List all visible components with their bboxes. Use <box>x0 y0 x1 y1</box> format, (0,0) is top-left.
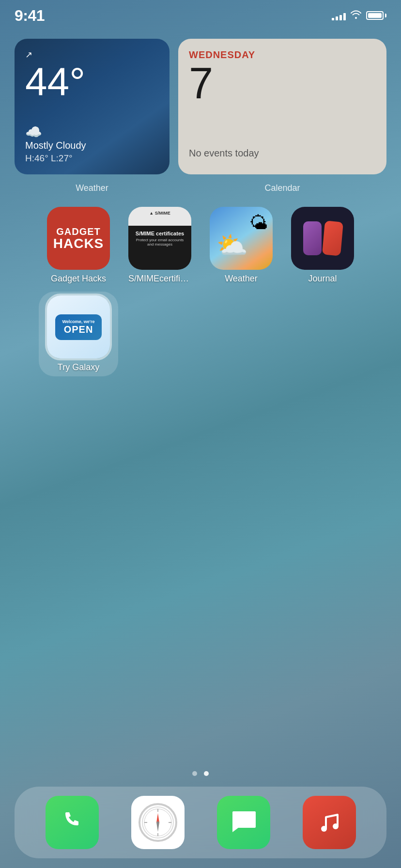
app-try-galaxy[interactable]: Welcome, we're OPEN Try Galaxy <box>39 292 118 376</box>
journal-app-label: Journal <box>308 274 337 284</box>
weather-app-label: Weather <box>225 274 258 284</box>
safari-compass-icon <box>139 803 177 842</box>
svg-point-8 <box>321 826 327 832</box>
messages-icon <box>229 807 259 837</box>
music-icon <box>315 808 343 837</box>
status-icons <box>332 10 386 21</box>
weather-app-sun-icon: 🌤 <box>249 213 268 233</box>
page-dot-1[interactable] <box>192 771 197 776</box>
dock-music[interactable] <box>303 796 356 849</box>
widgets-area: ↗ 44° ☁️ Mostly Cloudy H:46° L:27° WEDNE… <box>0 29 401 179</box>
dock-messages[interactable] <box>217 796 270 849</box>
page-dots <box>0 771 401 776</box>
signal-icon <box>332 11 346 20</box>
wifi-icon <box>351 10 361 21</box>
weather-condition-row: ☁️ <box>25 124 159 140</box>
svg-point-9 <box>333 823 339 829</box>
smime-label: S/MIMEcertifica... <box>128 274 191 284</box>
calendar-widget[interactable]: WEDNESDAY 7 No events today <box>178 39 386 174</box>
dock-phone[interactable] <box>46 796 99 849</box>
calendar-date: 7 <box>189 61 376 107</box>
calendar-no-events: No events today <box>189 148 376 164</box>
widget-labels: Weather Calendar <box>0 179 401 193</box>
location-icon: ↗ <box>25 49 159 60</box>
weather-temperature: 44° <box>25 62 159 102</box>
phone-icon <box>58 808 86 837</box>
weather-widget-label: Weather <box>15 183 170 193</box>
calendar-widget-label: Calendar <box>178 183 386 193</box>
weather-app-cloud-icon: ⛅ <box>216 231 248 260</box>
journal-app-icon <box>291 207 354 270</box>
calendar-day-name: WEDNESDAY <box>189 49 376 61</box>
app-grid: GADGET HACKS Gadget Hacks ▲ S/MIME S/MIM… <box>0 193 401 382</box>
status-bar: 9:41 <box>0 0 401 24</box>
cloud-icon: ☁️ <box>25 124 42 140</box>
try-galaxy-label: Try Galaxy <box>58 362 99 372</box>
weather-hilo: H:46° L:27° <box>25 153 159 164</box>
page-dot-2[interactable] <box>204 771 209 776</box>
dock-safari[interactable] <box>131 796 185 849</box>
weather-condition: Mostly Cloudy <box>25 140 159 151</box>
weather-widget[interactable]: ↗ 44° ☁️ Mostly Cloudy H:46° L:27° <box>15 39 170 174</box>
battery-icon <box>366 11 386 20</box>
app-weather[interactable]: ⛅ 🌤 Weather <box>205 207 277 284</box>
app-smime[interactable]: ▲ S/MIME S/MIME certificates Protect you… <box>124 207 196 284</box>
status-time: 9:41 <box>15 7 45 25</box>
dock <box>15 787 386 858</box>
gadget-hacks-label: Gadget Hacks <box>51 274 106 284</box>
smime-icon: ▲ S/MIME S/MIME certificates Protect you… <box>128 207 191 270</box>
app-journal[interactable]: Journal <box>287 207 358 284</box>
try-galaxy-icon: Welcome, we're OPEN <box>47 295 110 358</box>
gadget-hacks-icon: GADGET HACKS <box>47 207 110 270</box>
app-gadget-hacks[interactable]: GADGET HACKS Gadget Hacks <box>43 207 114 284</box>
weather-app-icon: ⛅ 🌤 <box>210 207 273 270</box>
